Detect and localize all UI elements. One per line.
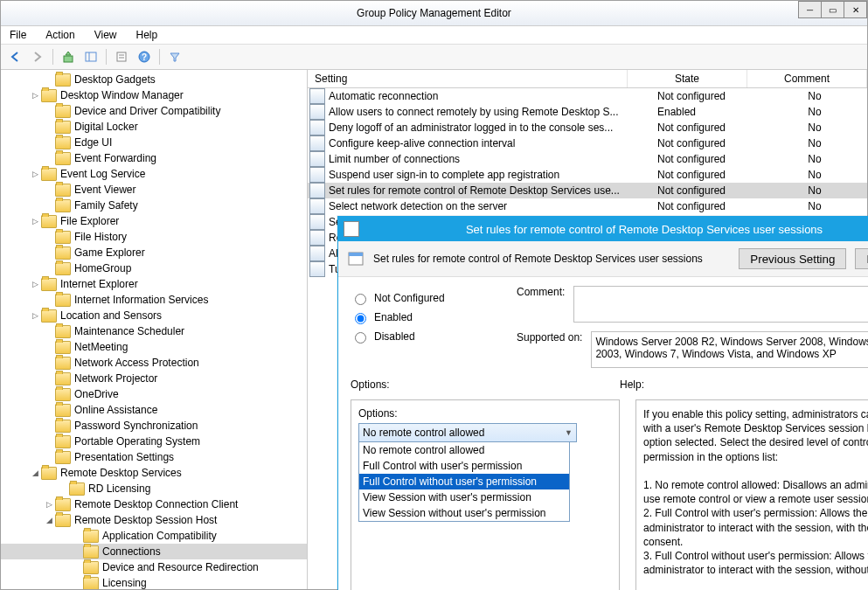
tree-node[interactable]: Network Access Protection: [1, 355, 307, 371]
tree-node[interactable]: OneDrive: [1, 386, 307, 402]
chevron-down-icon: ▼: [565, 428, 573, 437]
tree-node[interactable]: Connections: [1, 544, 307, 559]
dialog-title: Set rules for remote control of Remote D…: [338, 223, 868, 236]
options-dropdown[interactable]: No remote control allowedFull Control wi…: [358, 442, 570, 522]
dialog-header-bar: Set rules for remote control of Remote D…: [338, 241, 868, 277]
setting-row[interactable]: Configure keep-alive connection interval…: [308, 135, 867, 151]
tree-node[interactable]: ◢Remote Desktop Services: [1, 465, 307, 481]
setting-row[interactable]: Allow users to connect remotely by using…: [308, 104, 867, 120]
radio-disabled[interactable]: Disabled: [351, 330, 499, 344]
svg-rect-9: [349, 253, 363, 256]
properties-button[interactable]: [111, 46, 132, 67]
supported-on-label: Supported on:: [517, 331, 582, 344]
radio-not-configured[interactable]: Not Configured: [351, 291, 499, 305]
tree-node[interactable]: Device and Driver Compatibility: [1, 103, 307, 119]
options-pane: Options: No remote control allowed ▼ No …: [351, 399, 620, 590]
help-button[interactable]: ?: [134, 46, 155, 67]
tree-node[interactable]: Internet Information Services: [1, 292, 307, 308]
dialog-header-icon: [347, 250, 365, 267]
tree-node[interactable]: Licensing: [1, 575, 307, 589]
setting-row[interactable]: Select network detection on the serverNo…: [308, 198, 867, 214]
options-field-label: Options:: [358, 407, 612, 420]
dialog-header-label: Set rules for remote control of Remote D…: [373, 253, 730, 265]
tree-node[interactable]: Event Forwarding: [1, 150, 307, 166]
tree-node[interactable]: RD Licensing: [1, 481, 307, 496]
previous-setting-button[interactable]: Previous Setting: [739, 248, 846, 269]
tree-node[interactable]: Device and Resource Redirection: [1, 559, 307, 575]
tree-panel[interactable]: Desktop Gadgets▷Desktop Window ManagerDe…: [1, 70, 308, 589]
maximize-button[interactable]: ▭: [821, 1, 844, 18]
tree-node[interactable]: ▷Desktop Window Manager: [1, 87, 307, 103]
setting-row[interactable]: Automatic reconnectionNot configuredNo: [308, 88, 867, 104]
state-radio-group: Not Configured Enabled Disabled: [351, 286, 499, 368]
options-combo[interactable]: No remote control allowed ▼: [358, 423, 577, 442]
toolbar: ?: [1, 45, 867, 70]
setting-row[interactable]: Set rules for remote control of Remote D…: [308, 183, 867, 198]
menubar: File Action View Help: [1, 26, 867, 45]
close-button[interactable]: ✕: [844, 1, 867, 18]
tree-node[interactable]: Maintenance Scheduler: [1, 323, 307, 339]
tree-node[interactable]: Online Assistance: [1, 402, 307, 418]
setting-row[interactable]: Limit number of connectionsNot configure…: [308, 151, 867, 167]
menu-file[interactable]: File: [6, 27, 30, 43]
list-header: Setting State Comment: [308, 70, 867, 88]
dropdown-item[interactable]: No remote control allowed: [359, 442, 569, 458]
help-text: If you enable this policy setting, admin…: [643, 407, 868, 577]
window-title: Group Policy Management Editor: [1, 7, 867, 19]
tree-node[interactable]: Network Projector: [1, 371, 307, 386]
titlebar: Group Policy Management Editor ─ ▭ ✕: [1, 1, 867, 26]
policy-dialog: Set rules for remote control of Remote D…: [337, 216, 868, 590]
tree-node[interactable]: Desktop Gadgets: [1, 72, 307, 87]
menu-help[interactable]: Help: [133, 27, 162, 43]
tree-node[interactable]: File History: [1, 229, 307, 245]
dropdown-item[interactable]: Full Control without user's permission: [359, 474, 569, 489]
menu-view[interactable]: View: [91, 27, 121, 43]
tree-node[interactable]: ▷Location and Sensors: [1, 308, 307, 323]
dropdown-item[interactable]: View Session without user's permission: [359, 505, 569, 521]
forward-button[interactable]: [27, 46, 48, 67]
tree-node[interactable]: Application Compatibility: [1, 528, 307, 544]
svg-text:?: ?: [142, 52, 147, 62]
setting-row[interactable]: Deny logoff of an administrator logged i…: [308, 120, 867, 135]
tree-node[interactable]: ▷File Explorer: [1, 213, 307, 229]
column-state[interactable]: State: [628, 70, 747, 87]
tree-node[interactable]: ◢Remote Desktop Session Host: [1, 512, 307, 528]
column-setting[interactable]: Setting: [308, 70, 628, 87]
up-button[interactable]: [58, 46, 79, 67]
tree-node[interactable]: NetMeeting: [1, 339, 307, 355]
setting-row[interactable]: Suspend user sign-in to complete app reg…: [308, 167, 867, 183]
tree-node[interactable]: Game Explorer: [1, 245, 307, 260]
radio-enabled[interactable]: Enabled: [351, 310, 499, 324]
dialog-titlebar: Set rules for remote control of Remote D…: [338, 217, 868, 241]
comment-label: Comment:: [517, 286, 565, 298]
tree-node[interactable]: Portable Operating System: [1, 434, 307, 449]
svg-rect-3: [117, 52, 126, 61]
help-section-label: Help:: [620, 378, 644, 391]
options-section-label: Options:: [351, 378, 604, 391]
tree-node[interactable]: Digital Locker: [1, 119, 307, 135]
svg-rect-1: [86, 52, 96, 61]
tree-node[interactable]: ▷Internet Explorer: [1, 276, 307, 292]
filter-button[interactable]: [164, 46, 185, 67]
dropdown-item[interactable]: Full Control with user's permission: [359, 458, 569, 474]
dropdown-item[interactable]: View Session with user's permission: [359, 489, 569, 505]
next-setting-button[interactable]: Next Setting: [855, 248, 868, 269]
tree-node[interactable]: Event Viewer: [1, 182, 307, 198]
svg-rect-0: [64, 56, 73, 62]
tree-node[interactable]: Password Synchronization: [1, 418, 307, 434]
tree-node[interactable]: ▷Event Log Service: [1, 166, 307, 182]
tree-node[interactable]: Family Safety: [1, 198, 307, 213]
column-comment[interactable]: Comment: [747, 70, 867, 87]
tree-node[interactable]: Edge UI: [1, 135, 307, 150]
help-pane: If you enable this policy setting, admin…: [635, 399, 868, 590]
comment-field[interactable]: [573, 286, 868, 323]
tree-node[interactable]: HomeGroup: [1, 260, 307, 276]
back-button[interactable]: [4, 46, 25, 67]
show-hide-button[interactable]: [80, 46, 101, 67]
tree-node[interactable]: Presentation Settings: [1, 449, 307, 465]
supported-on-field: [591, 331, 868, 368]
tree-node[interactable]: ▷Remote Desktop Connection Client: [1, 496, 307, 512]
menu-action[interactable]: Action: [42, 27, 78, 43]
minimize-button[interactable]: ─: [798, 1, 822, 18]
